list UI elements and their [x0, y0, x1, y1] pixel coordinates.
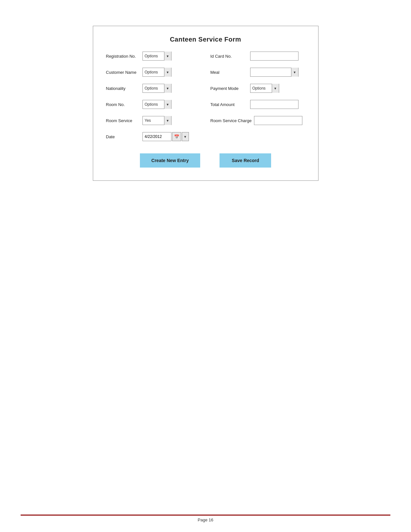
create-new-entry-button[interactable]: Create New Entry	[140, 153, 201, 168]
date-input[interactable]	[142, 132, 171, 141]
registration-no-arrow[interactable]: ▼	[164, 52, 171, 61]
total-amount-row: Total Amount	[210, 99, 305, 110]
payment-mode-row: Payment Mode Options ▼	[210, 83, 305, 93]
save-record-button[interactable]: Save Record	[220, 153, 271, 168]
customer-name-label: Customer Name	[106, 70, 140, 75]
room-service-charge-label: Room Service Charge	[210, 118, 252, 123]
room-no-select[interactable]: Options ▼	[142, 100, 171, 109]
meal-label: Meal	[210, 70, 248, 75]
payment-mode-select-text: Options	[250, 86, 272, 91]
registration-no-row: Registration No. Options ▼	[106, 51, 201, 61]
total-amount-label: Total Amount	[210, 102, 248, 107]
meal-row: Meal ▼	[210, 67, 305, 77]
room-no-label: Room No.	[106, 102, 140, 107]
date-arrow[interactable]: ▼	[182, 132, 189, 141]
page-footer: Page 16	[0, 515, 411, 522]
meal-arrow[interactable]: ▼	[291, 68, 298, 77]
room-service-charge-row: Room Service Charge	[210, 115, 305, 126]
customer-name-select-text: Options	[143, 70, 164, 74]
nationality-select[interactable]: Options ▼	[142, 84, 171, 93]
footer-line	[21, 515, 391, 516]
registration-no-label: Registration No.	[106, 54, 140, 59]
payment-mode-arrow[interactable]: ▼	[272, 84, 279, 93]
form-buttons: Create New Entry Save Record	[106, 153, 305, 168]
date-label: Date	[106, 134, 140, 139]
page-number: Page 16	[198, 517, 213, 522]
registration-no-select[interactable]: Options ▼	[142, 52, 171, 61]
customer-name-select[interactable]: Options ▼	[142, 68, 171, 77]
room-no-arrow[interactable]: ▼	[164, 100, 171, 109]
meal-select[interactable]: ▼	[250, 68, 298, 77]
room-service-row: Room Service Yes ▼	[106, 115, 201, 126]
customer-name-row: Customer Name Options ▼	[106, 67, 201, 77]
payment-mode-select[interactable]: Options ▼	[250, 84, 279, 93]
payment-mode-label: Payment Mode	[210, 86, 248, 91]
id-card-input[interactable]	[250, 52, 298, 61]
room-service-select[interactable]: Yes ▼	[142, 116, 171, 125]
customer-name-arrow[interactable]: ▼	[164, 68, 171, 77]
form-title: Canteen Service Form	[106, 36, 305, 43]
room-service-charge-input[interactable]	[254, 116, 302, 125]
room-service-label: Room Service	[106, 118, 140, 123]
room-no-select-text: Options	[143, 102, 164, 107]
total-amount-input[interactable]	[250, 100, 298, 109]
left-column: Registration No. Options ▼ Customer Name…	[106, 51, 201, 142]
room-service-arrow[interactable]: ▼	[164, 116, 171, 125]
date-row: Date 📅 ▼	[106, 131, 201, 142]
date-wrapper: 📅 ▼	[142, 132, 189, 141]
room-service-select-text: Yes	[143, 118, 164, 123]
room-no-row: Room No. Options ▼	[106, 99, 201, 110]
right-column: Id Card No. Meal ▼ Payment Mode Options	[210, 51, 305, 142]
nationality-arrow[interactable]: ▼	[164, 84, 171, 93]
calendar-icon[interactable]: 📅	[172, 132, 181, 141]
nationality-label: Nationality	[106, 86, 140, 91]
registration-no-select-text: Options	[143, 54, 164, 58]
nationality-select-text: Options	[143, 86, 164, 91]
form-container: Canteen Service Form Registration No. Op…	[93, 26, 318, 181]
id-card-row: Id Card No.	[210, 51, 305, 61]
nationality-row: Nationality Options ▼	[106, 83, 201, 93]
id-card-label: Id Card No.	[210, 54, 248, 59]
